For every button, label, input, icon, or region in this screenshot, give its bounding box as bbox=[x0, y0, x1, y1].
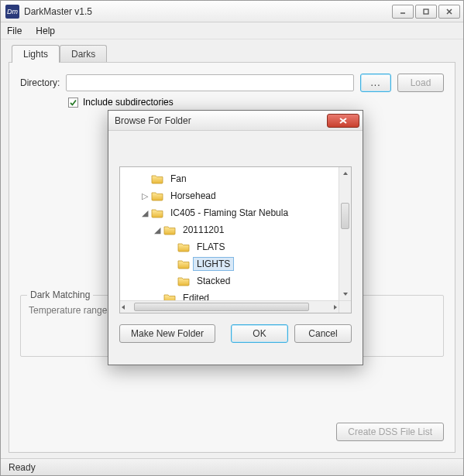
ok-button[interactable]: OK bbox=[231, 324, 288, 343]
folder-tree: Fan▷Horsehead◢IC405 - Flaming Star Nebul… bbox=[119, 166, 352, 313]
directory-input[interactable] bbox=[66, 74, 354, 91]
tree-node-horsehead[interactable]: ▷Horsehead bbox=[120, 187, 339, 204]
tree-twisty-icon[interactable]: ◢ bbox=[153, 225, 162, 235]
vertical-scroll-thumb[interactable] bbox=[341, 203, 349, 229]
dialog-title: Browse For Folder bbox=[115, 115, 191, 126]
maximize-button[interactable] bbox=[415, 5, 437, 19]
statusbar: Ready bbox=[1, 458, 463, 475]
dialog-close-button[interactable] bbox=[327, 114, 359, 128]
scroll-right-icon[interactable] bbox=[332, 301, 339, 313]
include-subdirectories-checkbox[interactable] bbox=[68, 98, 78, 108]
menubar: File Help bbox=[1, 22, 463, 39]
browse-button[interactable]: ... bbox=[360, 74, 391, 92]
menu-file[interactable]: File bbox=[7, 26, 22, 36]
tree-node-label[interactable]: Edited bbox=[179, 291, 213, 300]
folder-icon bbox=[163, 293, 176, 300]
scroll-down-icon[interactable] bbox=[339, 288, 351, 300]
folder-icon bbox=[163, 224, 176, 235]
tab-lights[interactable]: Lights bbox=[12, 45, 60, 63]
tree-node-label[interactable]: FLATS bbox=[193, 240, 229, 254]
tree-node-label[interactable]: Stacked bbox=[193, 274, 234, 288]
tree-twisty-icon[interactable]: ▷ bbox=[140, 191, 150, 201]
tree-node-lights[interactable]: LIGHTS bbox=[120, 255, 339, 272]
scroll-left-icon[interactable] bbox=[120, 301, 126, 313]
scrollbar-corner bbox=[339, 300, 351, 313]
browse-folder-dialog: Browse For Folder Fan▷Horsehead◢IC405 - … bbox=[108, 110, 363, 365]
load-button[interactable]: Load bbox=[397, 74, 444, 92]
tabstrip: Lights Darks bbox=[12, 44, 455, 62]
cancel-button[interactable]: Cancel bbox=[294, 324, 352, 343]
dark-matching-title: Dark Matching bbox=[27, 289, 93, 300]
horizontal-scrollbar[interactable] bbox=[120, 300, 339, 313]
scroll-up-icon[interactable] bbox=[339, 167, 351, 180]
folder-icon bbox=[151, 190, 163, 201]
app-title: DarkMaster v1.5 bbox=[24, 6, 92, 17]
include-subdirectories-label: Include subdirectories bbox=[83, 97, 174, 108]
tree-node-label[interactable]: 20111201 bbox=[179, 223, 228, 237]
titlebar: Dm DarkMaster v1.5 bbox=[1, 1, 463, 22]
menu-help[interactable]: Help bbox=[36, 26, 55, 36]
tree-node-stacked[interactable]: Stacked bbox=[120, 272, 339, 289]
folder-icon bbox=[177, 241, 190, 252]
minimize-button[interactable] bbox=[392, 5, 414, 19]
tab-darks[interactable]: Darks bbox=[60, 45, 107, 63]
make-new-folder-button[interactable]: Make New Folder bbox=[119, 324, 215, 343]
folder-icon bbox=[177, 276, 190, 286]
tree-node-20111201[interactable]: ◢20111201 bbox=[120, 221, 339, 238]
tree-node-edited[interactable]: Edited bbox=[120, 289, 339, 300]
tree-node-label[interactable]: Fan bbox=[167, 172, 191, 186]
tree-node-label[interactable]: LIGHTS bbox=[193, 257, 234, 271]
dialog-titlebar: Browse For Folder bbox=[108, 111, 363, 131]
tree-node-label[interactable]: IC405 - Flaming Star Nebula bbox=[167, 206, 292, 220]
folder-icon bbox=[151, 207, 163, 218]
tree-node-flats[interactable]: FLATS bbox=[120, 238, 339, 255]
status-text: Ready bbox=[9, 462, 36, 473]
tree-node-ic405-flaming-star-nebula[interactable]: ◢IC405 - Flaming Star Nebula bbox=[120, 204, 339, 221]
svg-rect-1 bbox=[424, 9, 428, 14]
app-icon: Dm bbox=[5, 5, 19, 19]
tree-node-label[interactable]: Horsehead bbox=[167, 189, 220, 203]
tree-node-fan[interactable]: Fan bbox=[120, 170, 339, 187]
vertical-scrollbar[interactable] bbox=[339, 167, 351, 300]
folder-icon bbox=[151, 173, 163, 184]
folder-icon bbox=[177, 259, 190, 269]
tree-twisty-icon[interactable]: ◢ bbox=[140, 208, 150, 218]
create-dss-button[interactable]: Create DSS File List bbox=[336, 423, 444, 441]
horizontal-scroll-thumb[interactable] bbox=[134, 303, 309, 311]
directory-label: Directory: bbox=[20, 77, 60, 88]
close-button[interactable] bbox=[438, 5, 460, 19]
